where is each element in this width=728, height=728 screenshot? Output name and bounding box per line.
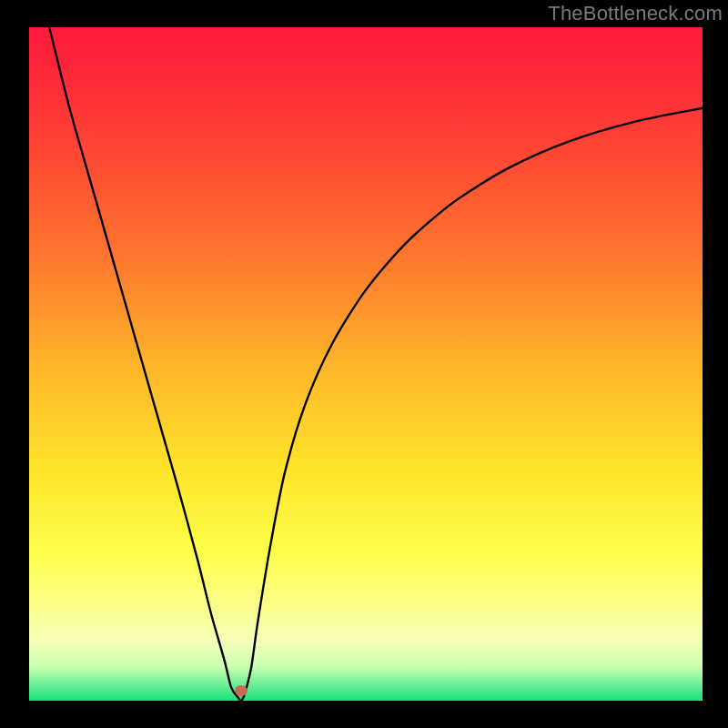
plot-area <box>29 27 703 701</box>
watermark-text: TheBottleneck.com <box>548 2 723 25</box>
chart-frame: TheBottleneck.com <box>0 0 728 728</box>
balance-point-marker <box>235 685 248 696</box>
bottleneck-curve <box>29 27 703 701</box>
